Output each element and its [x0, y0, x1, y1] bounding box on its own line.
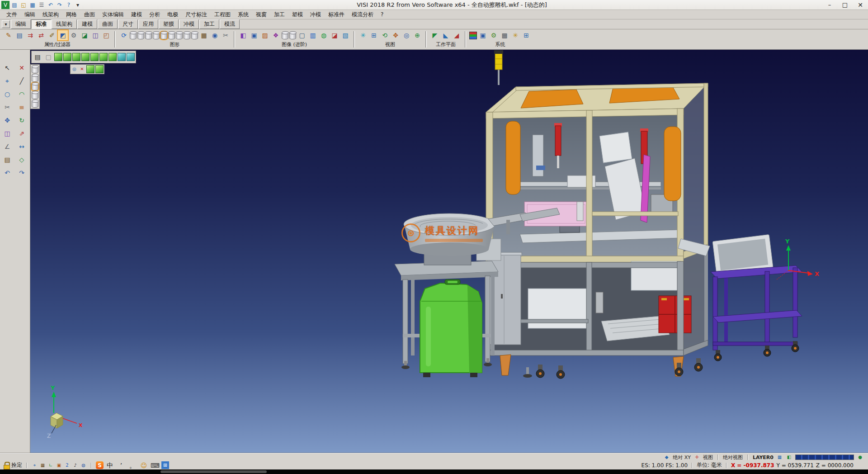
viewport-canvas[interactable]: Y X Y X Z ▤▢ ◎✕ [30, 50, 868, 453]
capture-status-icon[interactable]: ▣ [56, 462, 62, 469]
help-qa-icon[interactable]: ? [65, 1, 73, 9]
tab-wireframe[interactable]: 线架构 [52, 19, 77, 29]
layer-grid-icon[interactable]: ▦ [776, 454, 783, 461]
system-settings-icon[interactable]: ⚙ [489, 30, 499, 40]
filter-all-icon[interactable] [32, 66, 38, 73]
iso-back-view-icon[interactable] [127, 53, 135, 61]
mirror-icon[interactable]: ◫ [2, 128, 13, 139]
filter-wireframe-icon[interactable] [32, 74, 38, 82]
circle-icon[interactable]: ○ [2, 89, 13, 100]
grid-status-icon[interactable]: ▦ [39, 462, 46, 469]
visi-logo-icon[interactable]: V [1, 1, 9, 9]
redo-qa-icon[interactable]: ↷ [56, 1, 64, 9]
layers-icon[interactable]: ▤ [2, 154, 13, 165]
back-view-icon[interactable] [99, 53, 108, 61]
menu-item-18[interactable]: ? [377, 10, 387, 19]
ime-emoji-icon[interactable]: ☺ [139, 460, 149, 470]
front-view-icon[interactable] [72, 53, 80, 61]
pan-view-icon[interactable]: ✥ [391, 30, 401, 40]
menu-item-2[interactable]: 线架构 [39, 10, 62, 19]
menu-item-15[interactable]: 冲模 [307, 10, 325, 19]
crosshair-icon[interactable]: ✛ [693, 454, 700, 461]
workplane-3points-icon[interactable]: ◢ [452, 30, 462, 40]
image-capture-icon[interactable]: ▣ [249, 30, 259, 40]
filter-lock-icon[interactable] [32, 100, 38, 108]
ime-keyboard-icon[interactable]: ⌨ [150, 460, 160, 470]
redo-icon[interactable]: ↷ [16, 167, 27, 178]
rotate-icon[interactable]: ↻ [16, 115, 27, 126]
menu-item-9[interactable]: 尺寸标注 [182, 10, 211, 19]
tab-edit[interactable]: 编辑 [11, 19, 31, 29]
trim-icon[interactable]: ✂ [2, 102, 13, 113]
zoom-window-icon[interactable]: ⊞ [369, 30, 379, 40]
layer-shade-icon[interactable]: ◧ [786, 454, 793, 461]
view-list-icon[interactable]: ◉ [210, 30, 220, 40]
transparency-icon[interactable]: ▢ [297, 30, 307, 40]
filter-surfaces-icon[interactable] [32, 91, 38, 99]
menu-item-10[interactable]: 工程图 [211, 10, 234, 19]
menu-item-6[interactable]: 建模 [127, 10, 146, 19]
layer-new-icon[interactable] [137, 32, 144, 39]
arc-icon[interactable]: ◠ [16, 89, 27, 100]
zoom-previous-icon[interactable]: ⊕ [412, 30, 422, 40]
qa-dropdown-icon[interactable]: ▾ [74, 1, 82, 9]
tab-standard[interactable]: 标准 [31, 19, 51, 29]
light-settings-icon[interactable]: ✳ [510, 30, 520, 40]
shading-icon[interactable]: ▥ [308, 30, 318, 40]
attribute-copy-icon[interactable]: ⇉ [25, 30, 35, 40]
view-close-icon[interactable]: ✕ [79, 66, 85, 73]
render-mode-icon[interactable]: ◧ [238, 30, 248, 40]
database-compress-icon[interactable] [191, 32, 198, 39]
ime-lang-icon[interactable]: 中 [105, 460, 115, 470]
menu-item-16[interactable]: 标准件 [325, 10, 348, 19]
taskbar-window-segment[interactable] [160, 470, 267, 473]
purge-graphics-icon[interactable]: ✂ [221, 30, 231, 40]
snap-icon[interactable]: ◇ [16, 154, 27, 165]
image-db2-icon[interactable] [289, 32, 296, 39]
ime-punct-icon[interactable]: ’ [116, 460, 126, 470]
maximize-button[interactable]: □ [837, 0, 853, 9]
new-file-icon[interactable]: ▤ [10, 1, 19, 9]
minimize-button[interactable]: – [822, 0, 837, 9]
entity-info-icon[interactable]: ▦ [199, 30, 209, 40]
sogou-logo-icon[interactable]: S [96, 461, 104, 469]
point-icon[interactable]: ⌖ [2, 76, 13, 86]
print-icon[interactable]: ☰ [38, 1, 46, 9]
face-filter-icon[interactable]: ◪ [80, 30, 90, 40]
menu-item-7[interactable]: 分析 [146, 10, 164, 19]
layer-copy-icon[interactable] [153, 32, 160, 39]
tab-modeling[interactable]: 建模 [77, 19, 97, 29]
lighting-icon[interactable]: ▧ [340, 30, 350, 40]
menu-item-0[interactable]: 文件 [3, 10, 21, 19]
color-settings-icon[interactable] [469, 32, 477, 39]
absolute-view-label[interactable]: 绝对视图 [723, 454, 743, 461]
right-view-icon[interactable] [81, 53, 90, 61]
bottom-view-icon[interactable] [108, 53, 117, 61]
scale-icon[interactable]: ⇗ [16, 128, 27, 139]
menu-item-3[interactable]: 网格 [62, 10, 80, 19]
texture-icon[interactable]: ▨ [260, 30, 270, 40]
group-layers-icon[interactable] [176, 32, 183, 39]
tab-application[interactable]: 应用 [138, 19, 158, 29]
solid-filter-icon[interactable]: ◰ [101, 30, 111, 40]
sound-status-icon[interactable]: ♪ [72, 462, 79, 469]
measure-icon[interactable]: ∠ [2, 141, 13, 152]
menu-item-1[interactable]: 编辑 [21, 10, 39, 19]
undo-qa-icon[interactable]: ↶ [47, 1, 55, 9]
attribute-swap-icon[interactable]: ⇄ [36, 30, 46, 40]
dimension-icon[interactable]: ↔ [16, 141, 27, 152]
tab-dropdown-icon[interactable]: ▾ [2, 20, 10, 28]
top-view-icon[interactable] [63, 53, 71, 61]
delete-icon[interactable]: ✕ [16, 62, 27, 73]
refresh-graphics-icon[interactable]: ⟳ [119, 30, 129, 40]
offset-icon[interactable]: ≡ [16, 102, 27, 113]
grid-settings-icon[interactable]: ▩ [500, 30, 509, 40]
layer-locked-icon[interactable] [184, 32, 190, 39]
image-db1-icon[interactable] [282, 32, 288, 39]
menu-item-13[interactable]: 加工 [270, 10, 288, 19]
active-layer-label[interactable]: LAYER0 [753, 455, 774, 460]
tab-die[interactable]: 冲模 [179, 19, 199, 29]
menu-item-12[interactable]: 视窗 [252, 10, 270, 19]
display-settings-icon[interactable]: ▣ [478, 30, 488, 40]
layer-visibility-icon[interactable] [168, 32, 175, 39]
